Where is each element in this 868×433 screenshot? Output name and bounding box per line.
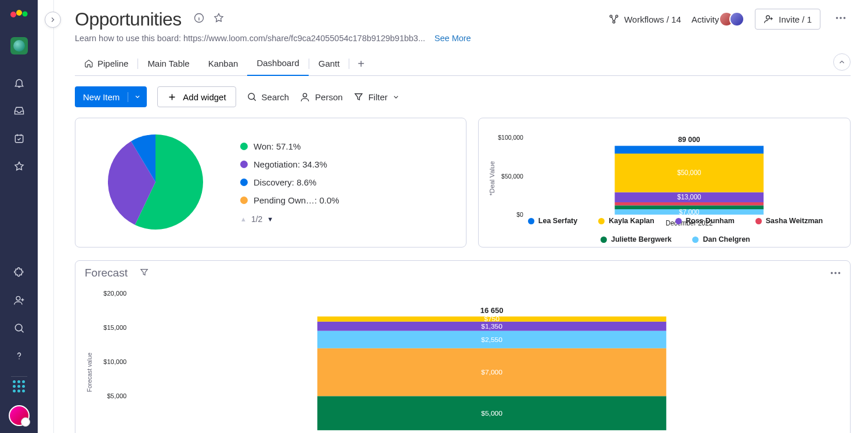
svg-text:$100,000: $100,000 (498, 134, 523, 141)
svg-text:89 000: 89 000 (678, 135, 700, 144)
svg-text:$50,000: $50,000 (677, 169, 701, 177)
svg-text:$5,000: $5,000 (481, 409, 502, 417)
my-work-icon[interactable] (8, 128, 30, 150)
legend-item[interactable]: Pending Own…: 0.0% (240, 195, 339, 205)
svg-text:$10,000: $10,000 (103, 358, 126, 365)
tab-dashboard[interactable]: Dashboard (247, 52, 308, 76)
forecast-chart: Forecast value$5,000$10,000$15,000$20,00… (85, 279, 841, 432)
svg-text:Forecast value: Forecast value (86, 352, 93, 392)
legend-item[interactable]: Juliette Bergwerk (601, 235, 671, 243)
pie-chart (97, 124, 214, 240)
see-more-link[interactable]: See More (435, 34, 471, 43)
svg-point-12 (836, 17, 838, 19)
board-nav-collapsed (38, 0, 54, 433)
favorites-icon[interactable] (8, 155, 30, 177)
pie-chart-widget: Won: 57.1%Negotiation: 34.3%Discovery: 8… (75, 118, 466, 248)
svg-text:*Deal Value: *Deal Value (489, 161, 496, 196)
person-filter-button[interactable]: Person (299, 92, 343, 103)
workflows-label: Workflows / 14 (624, 14, 681, 24)
legend-item[interactable]: Kayla Kaplan (598, 217, 654, 225)
svg-text:$13,000: $13,000 (677, 193, 701, 202)
deal-value-widget: *Deal Value$0$50,000$100,000$7,000$13,00… (478, 118, 851, 248)
inbox-icon[interactable] (8, 100, 30, 122)
activity-label: Activity (692, 14, 719, 24)
tab-gantt[interactable]: Gantt (309, 53, 349, 75)
filter-label: Filter (368, 92, 388, 102)
svg-point-10 (613, 21, 615, 23)
svg-text:$1,350: $1,350 (481, 322, 502, 330)
board-desc-link[interactable]: https://www.loom.com/share/fc9ca24055054… (183, 34, 425, 43)
svg-text:16 650: 16 650 (480, 307, 504, 315)
board-info-icon[interactable] (193, 12, 205, 26)
filter-icon[interactable] (139, 267, 149, 279)
help-icon[interactable] (8, 345, 30, 367)
tab-kanban[interactable]: Kanban (199, 53, 248, 75)
legend-item[interactable]: Lea Serfaty (528, 217, 577, 225)
chevron-down-icon[interactable] (128, 92, 141, 102)
board-main: Opportunities Workflows / 14 Activity (54, 0, 868, 433)
notifications-icon[interactable] (8, 72, 30, 94)
legend-pager[interactable]: ▲1/2▼ (240, 214, 339, 224)
svg-point-33 (834, 272, 837, 274)
widget-options-button[interactable] (829, 267, 842, 282)
global-left-rail (0, 0, 38, 433)
board-options-button[interactable] (831, 8, 851, 30)
svg-rect-29 (615, 146, 764, 154)
svg-rect-3 (15, 135, 23, 143)
filter-button[interactable]: Filter (353, 92, 400, 102)
board-description: Learn how to use this board: https://www… (75, 34, 851, 43)
search-everything-icon[interactable] (8, 317, 30, 339)
workflows-button[interactable]: Workflows / 14 (608, 13, 681, 25)
my-profile-avatar[interactable] (9, 405, 30, 426)
search-button[interactable]: Search (247, 92, 290, 102)
svg-rect-23 (615, 205, 764, 209)
svg-point-15 (248, 93, 255, 100)
tab-pipeline[interactable]: Pipeline (75, 53, 138, 75)
invite-button[interactable]: Invite / 1 (755, 9, 820, 30)
legend-item[interactable]: Ross Dunham (675, 217, 735, 225)
legend-item[interactable]: Dan Chelgren (692, 235, 750, 243)
legend-item[interactable]: Discovery: 8.6% (240, 177, 339, 187)
svg-text:$5,000: $5,000 (107, 392, 126, 399)
legend-item[interactable]: Sasha Weitzman (755, 217, 823, 225)
person-label: Person (315, 92, 343, 102)
svg-point-34 (838, 272, 841, 274)
board-title[interactable]: Opportunities (75, 9, 182, 30)
apps-puzzle-icon[interactable] (8, 261, 30, 283)
pie-legend: Won: 57.1%Negotiation: 34.3%Discovery: 8… (240, 124, 339, 239)
activity-avatars (724, 12, 744, 27)
svg-point-5 (15, 324, 22, 331)
dashboard-toolbar: New Item Add widget Search Person Filter (75, 86, 851, 107)
new-item-label: New Item (83, 92, 120, 102)
legend-item[interactable]: Negotiation: 34.3% (240, 159, 339, 169)
svg-point-16 (303, 93, 306, 97)
workspace-badge[interactable] (10, 37, 28, 54)
deal-value-legend: Lea SerfatyKayla KaplanRoss DunhamSasha … (507, 217, 844, 243)
svg-point-4 (16, 296, 20, 300)
svg-point-0 (10, 11, 17, 19)
svg-point-6 (19, 358, 20, 359)
legend-item[interactable]: Won: 57.1% (240, 141, 339, 151)
add-widget-label: Add widget (183, 92, 226, 102)
forecast-widget: Forecast Forecast value$5,000$10,000$15,… (75, 260, 851, 433)
favorite-star-icon[interactable] (213, 12, 225, 26)
new-item-button[interactable]: New Item (75, 86, 147, 107)
collapse-header-button[interactable] (833, 53, 851, 71)
activity-button[interactable]: Activity (692, 12, 745, 27)
invite-label: Invite / 1 (779, 14, 812, 24)
tab-main-table[interactable]: Main Table (138, 53, 198, 75)
svg-point-14 (844, 17, 846, 19)
add-widget-button[interactable]: Add widget (157, 86, 236, 107)
svg-point-13 (840, 17, 842, 19)
svg-text:$20,000: $20,000 (103, 290, 126, 297)
view-tabs: PipelineMain TableKanbanDashboardGantt+ (75, 52, 851, 76)
svg-point-32 (831, 272, 833, 274)
invite-members-icon[interactable] (8, 289, 30, 311)
forecast-title: Forecast (85, 267, 128, 279)
svg-text:$750: $750 (484, 315, 500, 323)
add-view-button[interactable]: + (349, 57, 372, 71)
app-launcher-icon[interactable] (13, 380, 25, 392)
svg-point-11 (766, 16, 770, 19)
monday-logo-icon[interactable] (10, 6, 28, 21)
search-label: Search (262, 92, 290, 102)
